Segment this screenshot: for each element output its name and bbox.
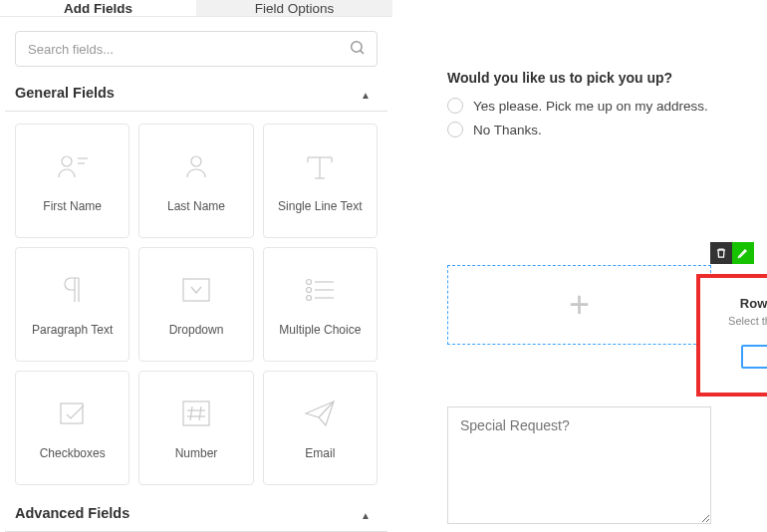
tab-add-fields[interactable]: Add Fields <box>0 0 196 16</box>
question-label: Would you like us to pick you up? <box>447 70 767 86</box>
form-area: Would you like us to pick you up? Yes pl… <box>447 0 767 528</box>
row-type-single[interactable] <box>741 345 767 369</box>
svg-line-1 <box>361 51 364 54</box>
radio-option-no[interactable]: No Thanks. <box>447 122 767 137</box>
section-title-advanced: Advanced Fields <box>5 501 139 529</box>
special-request-wrap <box>447 406 711 528</box>
field-last-name[interactable]: Last Name <box>138 124 253 238</box>
field-label: Number <box>175 446 218 460</box>
pencil-icon <box>737 247 749 259</box>
svg-point-5 <box>191 156 201 166</box>
field-label: Checkboxes <box>40 446 106 460</box>
radio-icon <box>447 98 463 114</box>
search-row <box>0 17 392 75</box>
field-paragraph-text[interactable]: Paragraph Text <box>15 247 129 362</box>
collapse-icon: ▲ <box>361 510 373 521</box>
radio-option-yes[interactable]: Yes please. Pick me up on my address. <box>447 98 767 114</box>
hash-icon <box>181 397 211 430</box>
radio-label: Yes please. Pick me up on my address. <box>473 99 708 114</box>
tabs: Add Fields Field Options <box>0 0 392 17</box>
fields-grid: First Name Last Name Single Line Text Pa… <box>0 112 392 495</box>
edit-row-button[interactable] <box>732 242 754 264</box>
field-checkboxes[interactable]: Checkboxes <box>15 371 129 485</box>
svg-point-0 <box>352 42 363 53</box>
row-settings-popover: Row Settings Select the type of row <box>696 274 767 397</box>
search-input[interactable] <box>15 31 378 67</box>
popover-subtitle: Select the type of row <box>712 315 767 327</box>
trash-icon <box>715 247 727 259</box>
row-drop-zone[interactable]: + Row Settings Select the type of row <box>447 265 711 345</box>
svg-line-22 <box>190 406 192 420</box>
svg-line-23 <box>199 406 201 420</box>
row-actions <box>710 242 754 264</box>
field-label: Last Name <box>167 199 225 213</box>
field-email[interactable]: Email <box>263 371 378 485</box>
svg-point-16 <box>307 295 312 300</box>
svg-point-14 <box>307 279 312 284</box>
text-icon <box>304 149 336 183</box>
field-label: First Name <box>43 199 102 213</box>
left-panel: Add Fields Field Options General Fields … <box>0 0 392 532</box>
field-label: Email <box>305 446 335 460</box>
dropdown-icon <box>181 273 211 307</box>
tab-field-options[interactable]: Field Options <box>196 0 392 16</box>
svg-rect-20 <box>61 403 83 423</box>
right-panel: Would you like us to pick you up? Yes pl… <box>392 0 767 532</box>
row-type-choices <box>712 345 767 369</box>
paper-plane-icon <box>304 397 336 430</box>
plus-icon: + <box>569 287 590 323</box>
checkbox-icon <box>58 397 88 430</box>
field-number[interactable]: Number <box>138 371 253 485</box>
field-single-line-text[interactable]: Single Line Text <box>263 124 378 238</box>
section-title-general: General Fields <box>5 81 125 109</box>
field-label: Paragraph Text <box>32 323 113 337</box>
field-label: Dropdown <box>169 323 224 337</box>
delete-row-button[interactable] <box>710 242 732 264</box>
person-icon <box>182 149 210 183</box>
svg-marker-26 <box>306 401 334 425</box>
section-advanced-fields[interactable]: Advanced Fields ▲ <box>5 495 387 532</box>
radio-icon <box>447 122 463 137</box>
svg-point-2 <box>62 156 72 166</box>
radio-label: No Thanks. <box>473 123 542 137</box>
field-first-name[interactable]: First Name <box>15 124 129 238</box>
person-card-icon <box>56 149 90 183</box>
special-request-textarea[interactable] <box>447 406 711 524</box>
svg-rect-13 <box>183 279 209 301</box>
radio-list-icon <box>304 273 336 307</box>
field-label: Multiple Choice <box>279 323 361 337</box>
search-icon <box>349 39 367 57</box>
collapse-icon: ▲ <box>361 90 373 101</box>
svg-rect-21 <box>183 401 209 425</box>
field-multiple-choice[interactable]: Multiple Choice <box>263 247 378 362</box>
section-general-fields[interactable]: General Fields ▲ <box>5 75 387 112</box>
svg-point-15 <box>307 287 312 292</box>
popover-title: Row Settings <box>712 296 767 311</box>
field-label: Single Line Text <box>278 199 363 213</box>
paragraph-icon <box>61 273 85 307</box>
field-dropdown[interactable]: Dropdown <box>138 247 253 362</box>
